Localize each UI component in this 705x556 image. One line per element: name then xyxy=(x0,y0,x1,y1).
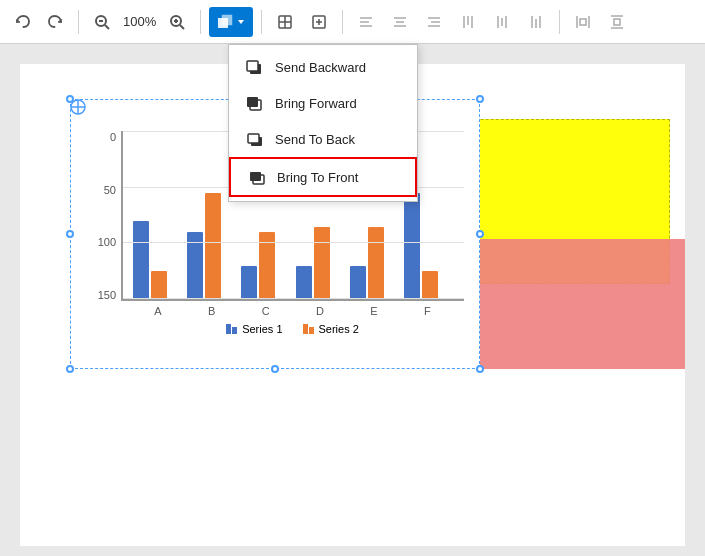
zoom-group: 100% xyxy=(87,7,192,37)
sep2 xyxy=(200,10,201,34)
sep3 xyxy=(261,10,262,34)
svg-rect-39 xyxy=(614,19,620,25)
svg-rect-36 xyxy=(580,19,586,25)
redo-button[interactable] xyxy=(40,7,70,37)
send-to-back-label: Send To Back xyxy=(275,132,355,147)
sep1 xyxy=(78,10,79,34)
toolbar: 100% xyxy=(0,0,705,44)
bar-a-series2 xyxy=(151,271,167,299)
distribute-h-button[interactable] xyxy=(568,7,598,37)
bar-group-a xyxy=(133,221,183,299)
zoom-out-button[interactable] xyxy=(87,7,117,37)
chart-legend: Series 1 Series 2 xyxy=(121,323,464,335)
arrange-dropdown: Send Backward Bring Forward Send To Back… xyxy=(228,44,418,202)
align-middle-button[interactable] xyxy=(487,7,517,37)
svg-line-2 xyxy=(105,25,109,29)
bar-c-series1 xyxy=(241,266,257,299)
y-axis-labels: 150 100 50 0 xyxy=(81,131,116,301)
svg-rect-45 xyxy=(248,134,259,143)
align-right-button[interactable] xyxy=(419,7,449,37)
bar-b-series2 xyxy=(205,193,221,299)
legend-series2: Series 2 xyxy=(303,323,359,335)
svg-marker-9 xyxy=(238,20,244,24)
bar-group-b xyxy=(187,193,237,299)
insert-frame-button[interactable] xyxy=(270,7,300,37)
svg-rect-43 xyxy=(247,97,258,107)
send-backward-item[interactable]: Send Backward xyxy=(229,49,417,85)
bar-a-series1 xyxy=(133,221,149,299)
align-left-button[interactable] xyxy=(351,7,381,37)
zoom-level: 100% xyxy=(119,14,160,29)
bring-forward-icon xyxy=(245,93,265,113)
bar-f-series2 xyxy=(422,271,438,299)
svg-line-6 xyxy=(180,25,184,29)
bar-group-f xyxy=(404,193,454,299)
bring-forward-item[interactable]: Bring Forward xyxy=(229,85,417,121)
send-backward-icon xyxy=(245,57,265,77)
bar-e-series2 xyxy=(368,227,384,299)
legend-series1: Series 1 xyxy=(226,323,282,335)
zoom-in-button[interactable] xyxy=(162,7,192,37)
bar-group-e xyxy=(350,227,400,299)
insert-plus-button[interactable] xyxy=(304,7,334,37)
bar-group-d xyxy=(296,227,346,299)
bar-e-series1 xyxy=(350,266,366,299)
bar-b-series1 xyxy=(187,232,203,299)
bring-to-front-label: Bring To Front xyxy=(277,170,358,185)
send-to-back-icon xyxy=(245,129,265,149)
undo-button[interactable] xyxy=(8,7,38,37)
send-backward-label: Send Backward xyxy=(275,60,366,75)
svg-rect-47 xyxy=(250,172,261,181)
svg-rect-41 xyxy=(247,61,258,71)
bar-d-series1 xyxy=(296,266,312,299)
history-group xyxy=(8,7,70,37)
x-axis-labels: A B C D E F xyxy=(121,305,464,317)
svg-rect-8 xyxy=(222,15,232,25)
sep5 xyxy=(559,10,560,34)
series1-label: Series 1 xyxy=(242,323,282,335)
bar-group-c xyxy=(241,232,291,299)
distribute-v-button[interactable] xyxy=(602,7,632,37)
bring-to-front-icon xyxy=(247,167,267,187)
send-to-back-item[interactable]: Send To Back xyxy=(229,121,417,157)
bar-f-series1 xyxy=(404,193,420,299)
align-bottom-button[interactable] xyxy=(521,7,551,37)
bar-d-series2 xyxy=(314,227,330,299)
arrange-button[interactable] xyxy=(209,7,253,37)
bar-c-series2 xyxy=(259,232,275,299)
sep4 xyxy=(342,10,343,34)
series2-label: Series 2 xyxy=(319,323,359,335)
align-top-button[interactable] xyxy=(453,7,483,37)
align-center-button[interactable] xyxy=(385,7,415,37)
bring-to-front-item[interactable]: Bring To Front xyxy=(229,157,417,197)
bring-forward-label: Bring Forward xyxy=(275,96,357,111)
